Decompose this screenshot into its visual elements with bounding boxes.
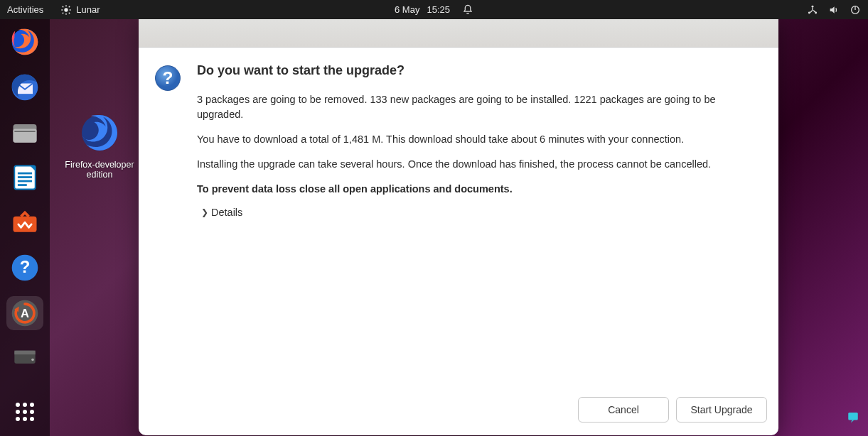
question-icon: ? [153, 63, 183, 93]
power-icon[interactable] [850, 4, 861, 16]
svg-point-39 [23, 410, 27, 414]
svg-point-36 [23, 403, 27, 407]
svg-rect-33 [14, 350, 35, 354]
help-icon: ? [9, 252, 41, 283]
dialog-titlebar[interactable] [139, 19, 778, 48]
date-label: 6 May [395, 4, 419, 15]
svg-marker-48 [851, 420, 854, 423]
svg-text:?: ? [163, 68, 173, 87]
svg-point-41 [16, 417, 20, 421]
dock-item-writer[interactable] [6, 160, 43, 195]
firefox-dev-icon [77, 110, 122, 156]
dialog-line-1: 3 packages are going to be removed. 133 … [197, 92, 764, 122]
svg-rect-22 [18, 173, 32, 175]
svg-point-35 [16, 403, 20, 407]
dock-item-external-drive[interactable] [6, 339, 43, 373]
svg-text:?: ? [20, 258, 31, 277]
start-upgrade-button[interactable]: Start Upgrade [676, 397, 767, 423]
svg-text:A: A [21, 306, 29, 319]
volume-icon[interactable] [828, 4, 840, 16]
dock: ? A [0, 19, 50, 436]
svg-rect-25 [18, 184, 27, 186]
desktop-launcher-firefox-dev[interactable]: Firefox-developer edition [60, 110, 139, 180]
dock-item-ubuntu-software[interactable] [6, 206, 43, 240]
svg-rect-24 [18, 180, 32, 182]
network-icon[interactable] [807, 4, 818, 16]
svg-rect-18 [14, 131, 35, 132]
svg-point-9 [812, 5, 814, 7]
dialog-heading: Do you want to start the upgrade? [197, 63, 764, 78]
svg-point-43 [30, 417, 34, 421]
dialog-line-2: You have to download a total of 1,481 M.… [197, 132, 764, 147]
activities-button[interactable]: Activities [7, 4, 43, 15]
clock-area[interactable]: 6 May 15:25 [395, 4, 473, 15]
svg-rect-47 [848, 413, 858, 420]
svg-line-5 [63, 6, 63, 6]
active-app-name: Lunar [76, 4, 100, 15]
time-label: 15:25 [427, 4, 450, 15]
svg-line-6 [69, 12, 70, 13]
svg-line-8 [69, 6, 70, 6]
dock-show-apps[interactable] [6, 395, 43, 429]
dock-item-thunderbird[interactable] [6, 70, 43, 104]
active-app-indicator[interactable]: Lunar [60, 4, 100, 16]
dialog-line-3: Installing the upgrade can take several … [197, 157, 764, 172]
sun-icon [60, 4, 72, 16]
bell-icon [463, 4, 473, 15]
dock-item-files[interactable] [6, 115, 43, 149]
dock-item-help[interactable]: ? [6, 251, 43, 285]
svg-point-34 [31, 358, 34, 361]
svg-point-38 [16, 410, 20, 414]
svg-point-0 [65, 8, 68, 11]
svg-point-37 [30, 403, 34, 407]
svg-point-40 [30, 410, 34, 414]
notification-tray-icon[interactable] [847, 410, 859, 423]
details-label: Details [211, 207, 242, 218]
drive-icon [9, 340, 41, 371]
upgrade-dialog: ? Do you want to start the upgrade? 3 pa… [139, 19, 778, 435]
svg-line-7 [63, 12, 63, 13]
ubuntu-software-icon [9, 207, 41, 239]
firefox-icon [9, 26, 41, 58]
apps-grid-icon [12, 399, 38, 425]
svg-point-42 [23, 417, 27, 421]
cancel-button[interactable]: Cancel [578, 397, 669, 423]
libreoffice-writer-icon [9, 162, 41, 193]
chevron-right-icon: ❯ [201, 207, 208, 217]
svg-rect-26 [14, 216, 37, 231]
svg-rect-23 [18, 176, 32, 178]
dock-item-software-updater[interactable]: A [6, 296, 43, 330]
thunderbird-icon [9, 72, 41, 103]
dock-item-firefox[interactable] [6, 25, 43, 59]
dialog-warning: To prevent data loss close all open appl… [197, 182, 764, 197]
top-bar: Activities Lunar 6 May 15:25 [0, 0, 868, 19]
desktop-launcher-label: Firefox-developer edition [60, 160, 139, 180]
software-updater-icon: A [9, 298, 41, 329]
files-icon [9, 116, 41, 148]
details-expander[interactable]: ❯ Details [197, 207, 764, 218]
